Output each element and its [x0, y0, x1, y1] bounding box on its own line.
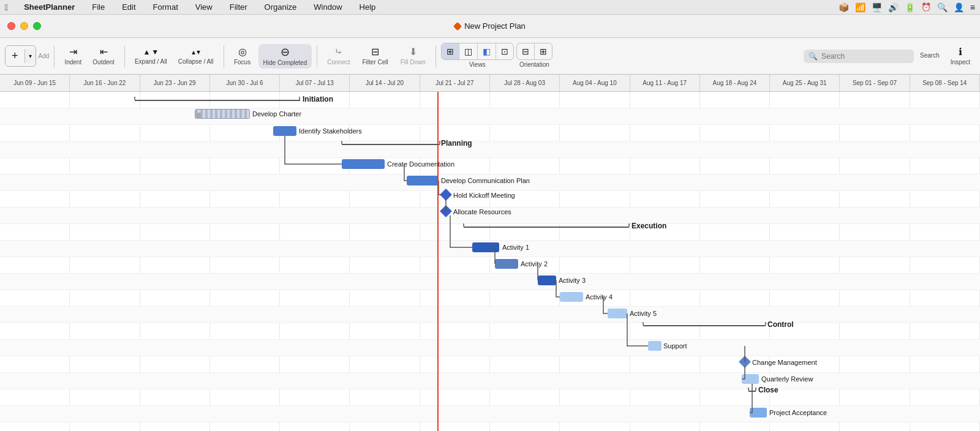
views-label: Views [467, 61, 488, 69]
change-mgmt-milestone[interactable] [739, 356, 751, 368]
timeline-col-13: Sep 08 - Sep 14 [910, 75, 980, 91]
timeline-col-8: Aug 04 - Aug 10 [560, 75, 630, 91]
allocate-resources-milestone[interactable] [440, 205, 452, 217]
gantt-items: Initiation Develop Charter Identify Stak… [0, 92, 980, 431]
orientation-label: Orientation [517, 61, 552, 69]
volume-icon: 🔊 [888, 2, 899, 12]
quarterly-review-bar[interactable] [742, 374, 759, 384]
menu-window[interactable]: Window [310, 1, 345, 13]
views-btn-3[interactable]: ◧ [478, 43, 496, 59]
toolbar: + ▾ Add ⇥ Indent ⇤ Outdent ▲▼ Expand / A… [0, 38, 980, 75]
separator-2 [124, 45, 125, 67]
minimize-button[interactable] [20, 22, 28, 30]
fill-down-icon: ⬇ [409, 47, 417, 57]
window-controls [7, 22, 41, 30]
menu-file[interactable]: File [88, 1, 108, 13]
activity4-bar[interactable] [560, 292, 583, 302]
planning-phase-line [342, 144, 440, 145]
activity3-label: Activity 3 [559, 277, 586, 284]
timeline-col-4: Jul 07 - Jul 13 [280, 75, 350, 91]
orientation-group: ⊟ ⊞ [516, 43, 552, 60]
outdent-icon: ⇤ [100, 47, 108, 57]
views-btn-1[interactable]: ⊞ [442, 43, 459, 59]
activity5-bar[interactable] [608, 309, 627, 318]
develop-charter-label: Develop Charter [252, 110, 301, 118]
inspect-button[interactable]: ℹ Inspect [946, 45, 975, 68]
user-icon[interactable]: 👤 [954, 2, 964, 12]
control-center-icon[interactable]: ≡ [970, 2, 975, 12]
menu-organize[interactable]: Organize [261, 1, 301, 13]
activity3-bar[interactable] [538, 275, 556, 285]
orientation-btn-1[interactable]: ⊟ [517, 43, 535, 59]
search-icon[interactable]: 🔍 [937, 2, 948, 12]
close-phase-label: Close [758, 386, 778, 394]
activity5-label: Activity 5 [630, 310, 657, 317]
hide-completed-button[interactable]: ⊖ Hide Completed [258, 44, 312, 69]
timeline-col-7: Jul 28 - Aug 03 [490, 75, 560, 91]
connector-svg [0, 92, 980, 431]
develop-charter-bar[interactable] [195, 109, 250, 119]
create-doc-bar[interactable] [342, 159, 385, 169]
add-icon[interactable]: + [6, 46, 24, 66]
separator-4 [317, 45, 317, 67]
quarterly-review-label: Quarterly Review [761, 375, 813, 383]
indent-button[interactable]: ⇥ Indent [59, 45, 86, 68]
dropbox-icon: 📦 [839, 2, 849, 12]
identify-stakeholders-bar[interactable] [273, 126, 296, 136]
focus-button[interactable]: ◎ Focus [229, 45, 256, 68]
timeline-col-6: Jul 21 - Jul 27 [420, 75, 490, 91]
timeline-col-1: Jun 16 - Jun 22 [70, 75, 140, 91]
develop-comm-bar[interactable] [407, 176, 439, 186]
timeline-header: Jun 09 - Jun 15 Jun 16 - Jun 22 Jun 23 -… [0, 75, 980, 92]
connect-icon: ⤷ [334, 47, 342, 57]
menu-format[interactable]: Format [149, 1, 182, 13]
maximize-button[interactable] [33, 22, 41, 30]
control-phase-label: Control [767, 320, 794, 329]
close-button[interactable] [7, 22, 15, 30]
timeline-col-2: Jun 23 - Jun 29 [140, 75, 210, 91]
timeline-col-12: Sep 01 - Sep 07 [840, 75, 910, 91]
project-acceptance-bar[interactable] [750, 408, 767, 418]
allocate-resources-label: Allocate Resources [453, 208, 511, 216]
search-input[interactable] [821, 52, 909, 61]
timeline-col-0: Jun 09 - Jun 15 [0, 75, 70, 91]
connect-button[interactable]: ⤷ Connect [322, 45, 355, 68]
menu-help[interactable]: Help [356, 1, 380, 13]
planning-phase-label: Planning [441, 139, 472, 148]
expand-button[interactable]: ▲▼ Expand / All [130, 45, 172, 67]
control-phase-line [643, 325, 766, 326]
timeline-col-3: Jun 30 - Jul 6 [210, 75, 280, 91]
activity1-bar[interactable] [472, 242, 499, 252]
apple-menu[interactable]:  [5, 2, 8, 12]
add-dropdown-icon[interactable]: ▾ [24, 49, 36, 63]
filter-cell-button[interactable]: ⊟ Filter Cell [358, 45, 393, 68]
menu-filter[interactable]: Filter [226, 1, 251, 13]
add-button[interactable]: + ▾ [5, 45, 36, 67]
separator-3 [224, 45, 224, 67]
outdent-button[interactable]: ⇤ Outdent [88, 45, 119, 68]
develop-comm-label: Develop Communication Plan [441, 177, 530, 184]
activity2-bar[interactable] [495, 259, 518, 269]
menu-view[interactable]: View [192, 1, 216, 13]
timeline-col-11: Aug 25 - Aug 31 [770, 75, 840, 91]
search-box[interactable]: 🔍 [804, 50, 914, 63]
gantt-area: Initiation Develop Charter Identify Stak… [0, 92, 980, 431]
inspect-icon: ℹ [959, 47, 962, 57]
activity4-label: Activity 4 [586, 293, 612, 301]
collapse-button[interactable]: ▴▾ Collapse / All [173, 45, 219, 67]
identify-stakeholders-label: Identify Stakeholders [299, 127, 362, 135]
orientation-btn-2[interactable]: ⊞ [535, 43, 552, 59]
project-acceptance-label: Project Acceptance [769, 409, 827, 416]
support-bar[interactable] [648, 341, 662, 351]
activity2-label: Activity 2 [521, 260, 548, 268]
fill-down-button[interactable]: ⬇ Fill Down [396, 45, 431, 68]
app-name[interactable]: SheetPlanner [20, 1, 78, 13]
hold-kickoff-milestone[interactable] [440, 189, 452, 201]
menu-edit[interactable]: Edit [118, 1, 139, 13]
hide-completed-icon: ⊖ [281, 47, 290, 58]
views-btn-4[interactable]: ⊡ [496, 43, 513, 59]
views-btn-2[interactable]: ◫ [459, 43, 478, 59]
timeline-col-10: Aug 18 - Aug 24 [700, 75, 770, 91]
window-title: New Project Plan [454, 21, 526, 31]
expand-icon: ▲▼ [143, 48, 159, 56]
